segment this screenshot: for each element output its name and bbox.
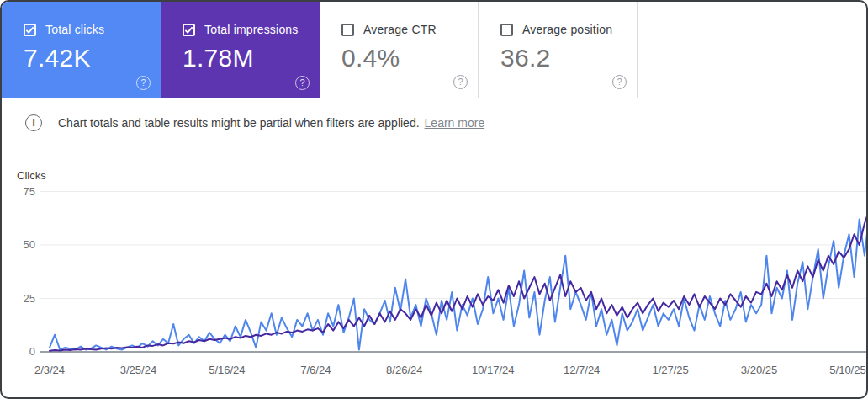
checkbox-unchecked-icon[interactable]: [500, 24, 513, 36]
x-axis-tick: 7/6/24: [282, 364, 349, 377]
metric-card-label: Total clicks: [45, 23, 104, 36]
metric-card-header: Average CTR: [341, 23, 478, 36]
x-axis-tick: 10/17/24: [459, 364, 527, 377]
banner-text: Chart totals and table results might be …: [58, 116, 420, 130]
metric-cards-row: Total clicks 7.42K ? Total impressions 1…: [2, 2, 638, 98]
metric-card-header: Average position: [500, 23, 637, 36]
metric-card-value: 1.78M: [183, 44, 320, 72]
chart-canvas: [2, 184, 868, 362]
checkbox-checked-icon[interactable]: [24, 24, 36, 36]
metric-card-total-clicks[interactable]: Total clicks 7.42K ?: [2, 2, 161, 98]
metric-card-value: 0.4%: [341, 44, 478, 72]
help-icon[interactable]: ?: [136, 76, 151, 90]
metric-card-average-ctr[interactable]: Average CTR 0.4% ?: [320, 2, 479, 98]
x-axis-tick: 3/20/25: [726, 364, 793, 377]
x-axis-tick: 5/16/24: [193, 364, 261, 377]
help-icon[interactable]: ?: [612, 75, 627, 89]
info-banner: i Chart totals and table results might b…: [2, 98, 866, 147]
metric-card-header: Total clicks: [24, 23, 161, 36]
x-axis-tick: 12/7/24: [548, 364, 616, 377]
metric-card-value: 36.2: [500, 44, 637, 72]
x-axis-tick: 5/10/25: [814, 364, 868, 377]
metric-card-header: Total impressions: [183, 23, 320, 36]
series-line: [50, 213, 868, 350]
metric-card-total-impressions[interactable]: Total impressions 1.78M ?: [161, 2, 320, 98]
help-icon[interactable]: ?: [295, 76, 310, 90]
checkbox-checked-icon[interactable]: [183, 24, 195, 36]
search-console-performance-panel: Total clicks 7.42K ? Total impressions 1…: [0, 0, 868, 399]
chart-axis-title: Clicks: [17, 169, 46, 182]
metric-card-label: Average position: [522, 23, 612, 36]
checkbox-unchecked-icon[interactable]: [341, 24, 354, 36]
learn-more-link[interactable]: Learn more: [425, 116, 485, 130]
x-axis-tick: 8/26/24: [371, 364, 438, 377]
x-axis-tick: 3/25/24: [104, 364, 172, 377]
x-axis-tick: 2/3/24: [16, 364, 83, 377]
metric-card-value: 7.42K: [24, 44, 161, 72]
x-axis-tick: 1/27/25: [637, 364, 704, 377]
metric-card-label: Total impressions: [204, 23, 299, 36]
help-icon[interactable]: ?: [453, 75, 468, 89]
metric-card-average-position[interactable]: Average position 36.2 ?: [479, 2, 638, 98]
info-icon: i: [25, 114, 42, 131]
metric-card-label: Average CTR: [363, 23, 437, 36]
